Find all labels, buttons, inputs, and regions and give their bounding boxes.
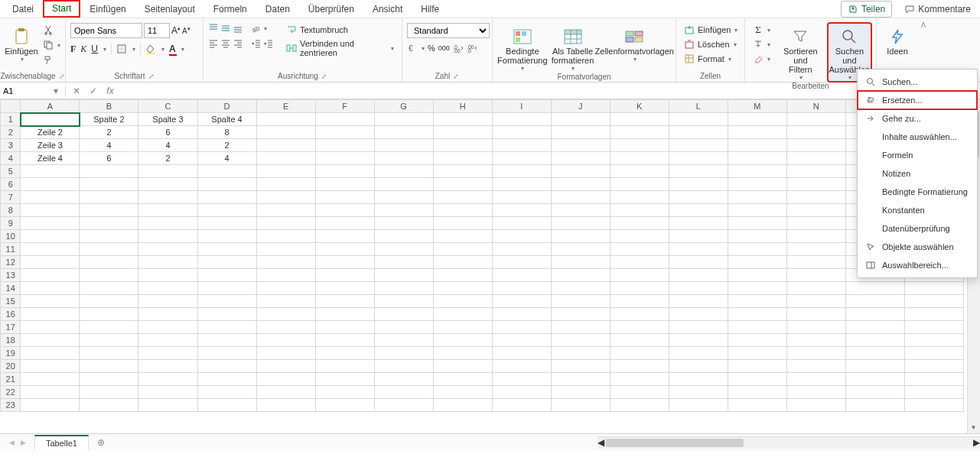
cell-J9[interactable] (551, 217, 610, 230)
row-header-17[interactable]: 17 (1, 321, 21, 334)
cell-G18[interactable] (374, 334, 433, 347)
cell-J23[interactable] (551, 399, 610, 412)
horizontal-scroll-thumb[interactable] (606, 439, 744, 447)
col-header-G[interactable]: G (374, 100, 433, 113)
cell-A13[interactable] (21, 269, 80, 282)
cell-J8[interactable] (551, 204, 610, 217)
col-header-A[interactable]: A (21, 100, 80, 113)
cell-F12[interactable] (315, 256, 374, 269)
cell-L13[interactable] (669, 269, 728, 282)
format-painter-button[interactable] (41, 53, 55, 67)
cell-A17[interactable] (21, 321, 80, 334)
increase-decimal-button[interactable]: .0.00 (453, 43, 464, 53)
cell-O16[interactable] (845, 308, 904, 321)
cell-E8[interactable] (256, 204, 315, 217)
cell-H5[interactable] (433, 165, 492, 178)
cell-L6[interactable] (669, 178, 728, 191)
cell-L4[interactable] (669, 152, 728, 165)
sort-filter-button[interactable]: Sortieren und Filtern▾ (777, 23, 825, 82)
cell-H21[interactable] (433, 373, 492, 386)
cell-I6[interactable] (492, 178, 551, 191)
cell-M15[interactable] (728, 295, 786, 308)
cell-L21[interactable] (669, 373, 728, 386)
confirm-formula-button[interactable]: ✓ (86, 84, 101, 98)
cell-N14[interactable] (786, 282, 845, 295)
cell-G13[interactable] (374, 269, 433, 282)
cell-J3[interactable] (551, 139, 610, 152)
cell-E2[interactable] (256, 126, 315, 139)
cell-N5[interactable] (786, 165, 845, 178)
cell-L9[interactable] (669, 217, 728, 230)
align-top-button[interactable] (208, 23, 219, 34)
align-middle-button[interactable] (220, 23, 231, 34)
col-header-D[interactable]: D (197, 100, 256, 113)
row-header-2[interactable]: 2 (1, 126, 21, 139)
cell-K17[interactable] (610, 321, 669, 334)
cell-M9[interactable] (728, 217, 786, 230)
cell-N19[interactable] (786, 347, 845, 360)
row-header-12[interactable]: 12 (1, 256, 21, 269)
cell-P17[interactable] (904, 321, 963, 334)
dropdown-item-notes[interactable]: Notizen (858, 164, 977, 183)
cell-E14[interactable] (256, 282, 315, 295)
cell-J7[interactable] (551, 191, 610, 204)
fill-color-button[interactable] (145, 44, 156, 54)
cell-K21[interactable] (610, 373, 669, 386)
cell-F3[interactable] (315, 139, 374, 152)
cell-A14[interactable] (21, 282, 80, 295)
cell-N16[interactable] (786, 308, 845, 321)
row-header-3[interactable]: 3 (1, 139, 21, 152)
cell-D13[interactable] (197, 269, 256, 282)
cell-F10[interactable] (315, 230, 374, 243)
cell-E10[interactable] (256, 230, 315, 243)
cell-B3[interactable]: 4 (80, 139, 138, 152)
cell-I20[interactable] (492, 360, 551, 373)
menu-tab-daten[interactable]: Daten (256, 1, 299, 17)
cell-J21[interactable] (551, 373, 610, 386)
cell-M3[interactable] (728, 139, 786, 152)
cell-K12[interactable] (610, 256, 669, 269)
name-box-dropdown[interactable]: ▾ (49, 86, 63, 96)
cell-K22[interactable] (610, 386, 669, 399)
cell-I17[interactable] (492, 321, 551, 334)
cell-G7[interactable] (374, 191, 433, 204)
cell-D2[interactable]: 8 (197, 126, 256, 139)
cell-E4[interactable] (256, 152, 315, 165)
cell-L16[interactable] (669, 308, 728, 321)
cell-C20[interactable] (138, 360, 197, 373)
cell-A15[interactable] (21, 295, 80, 308)
cell-L11[interactable] (669, 243, 728, 256)
cell-K5[interactable] (610, 165, 669, 178)
cell-G5[interactable] (374, 165, 433, 178)
cell-C22[interactable] (138, 386, 197, 399)
cell-N20[interactable] (786, 360, 845, 373)
cell-N13[interactable] (786, 269, 845, 282)
cell-I7[interactable] (492, 191, 551, 204)
cell-A23[interactable] (21, 399, 80, 412)
cell-C1[interactable]: Spalte 3 (138, 113, 197, 126)
cell-L19[interactable] (669, 347, 728, 360)
col-header-M[interactable]: M (728, 100, 786, 113)
cell-E17[interactable] (256, 321, 315, 334)
insert-cells-button[interactable]: Einfügen▾ (681, 23, 741, 37)
cell-J12[interactable] (551, 256, 610, 269)
cell-D7[interactable] (197, 191, 256, 204)
cell-M21[interactable] (728, 373, 786, 386)
cell-I15[interactable] (492, 295, 551, 308)
cell-N17[interactable] (786, 321, 845, 334)
cell-H4[interactable] (433, 152, 492, 165)
menu-tab-seitenlayout[interactable]: Seitenlayout (135, 1, 204, 17)
cell-I8[interactable] (492, 204, 551, 217)
cell-E19[interactable] (256, 347, 315, 360)
cell-B4[interactable]: 6 (80, 152, 138, 165)
align-left-button[interactable] (208, 38, 219, 49)
orientation-button[interactable]: ab (251, 23, 262, 34)
col-header-C[interactable]: C (138, 100, 197, 113)
dropdown-item-constants[interactable]: Konstanten (858, 201, 977, 219)
cell-E20[interactable] (256, 360, 315, 373)
cell-G8[interactable] (374, 204, 433, 217)
cell-F1[interactable] (315, 113, 374, 126)
row-header-5[interactable]: 5 (1, 165, 21, 178)
cell-C4[interactable]: 2 (138, 152, 197, 165)
cell-H7[interactable] (433, 191, 492, 204)
